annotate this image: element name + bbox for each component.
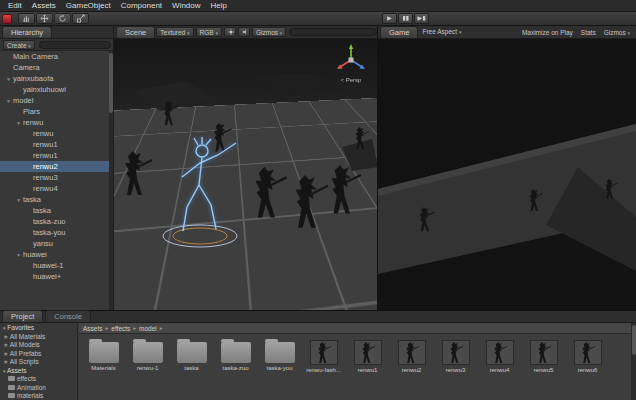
sidebar-item-all-scripts[interactable]: ★ All Scripts	[0, 358, 77, 367]
tab-console[interactable]: Console	[45, 310, 91, 322]
tab-hierarchy[interactable]: Hierarchy	[2, 26, 52, 38]
audio-toggle[interactable]	[238, 27, 250, 37]
chevron-down-icon: ▾	[459, 29, 462, 35]
menu-component[interactable]: Component	[116, 1, 167, 10]
sidebar-folder-effects[interactable]: effects	[0, 375, 77, 384]
pause-button[interactable]: ▮▮	[398, 13, 413, 24]
hierarchy-scrollbar[interactable]	[109, 51, 113, 310]
hierarchy-item[interactable]: ▼huawei	[0, 249, 109, 260]
character-model[interactable]	[125, 151, 152, 195]
hierarchy-item[interactable]: taska	[0, 205, 109, 216]
hierarchy-item[interactable]: Camera	[0, 62, 109, 73]
hierarchy-item-selected[interactable]: renwu2	[0, 161, 109, 172]
crumb-effects[interactable]: effects	[111, 325, 130, 332]
chevron-down-icon: ▾	[28, 43, 31, 49]
expand-arrow-icon[interactable]: ▼	[16, 250, 23, 261]
menu-edit[interactable]: Edit	[3, 1, 27, 10]
move-tool-button[interactable]	[36, 13, 53, 24]
game-gizmos-dropdown[interactable]: Gizmos ▾	[601, 28, 633, 38]
hierarchy-item[interactable]: ▼model	[0, 95, 109, 106]
hierarchy-item-label: yainxiuhuowi	[23, 85, 66, 94]
play-button[interactable]: ▶	[382, 13, 397, 24]
file-folder[interactable]: taska-you	[259, 337, 300, 371]
sidebar-item-all-prefabs[interactable]: ★ All Prefabs	[0, 350, 77, 359]
crumb-model[interactable]: model	[139, 325, 157, 332]
hierarchy-item[interactable]: huawei-1	[0, 260, 109, 271]
file-prefab[interactable]: renwu1	[347, 337, 388, 373]
assets-header[interactable]: ▾ Assets	[0, 367, 77, 376]
aspect-ratio-dropdown[interactable]: Free Aspect ▾	[419, 27, 464, 37]
character-model[interactable]	[331, 165, 361, 213]
hierarchy-item[interactable]: renwu1	[0, 150, 109, 161]
hierarchy-item[interactable]: ▼yainxubaofa	[0, 73, 109, 84]
hierarchy-item[interactable]: yansu	[0, 238, 109, 249]
favorites-header[interactable]: ▾ Favorites	[0, 324, 77, 333]
file-folder[interactable]: taska-zuo	[215, 337, 256, 371]
tab-scene[interactable]: Scene	[116, 26, 155, 38]
expand-arrow-icon[interactable]: ▼	[6, 74, 13, 85]
tab-game[interactable]: Game	[380, 26, 418, 38]
tab-project[interactable]: Project	[2, 310, 43, 322]
hierarchy-item-label: taska	[23, 195, 41, 204]
expand-arrow-icon[interactable]: ▼	[16, 118, 23, 129]
sidebar-item-all-materials[interactable]: ★ All Materials	[0, 333, 77, 342]
project-scrollbar[interactable]	[631, 323, 636, 400]
hierarchy-item[interactable]: yainxiuhuowi	[0, 84, 109, 95]
hierarchy-item[interactable]: huawei+	[0, 271, 109, 282]
crumb-assets[interactable]: Assets	[83, 325, 103, 332]
prefab-thumbnail-icon	[530, 340, 558, 365]
character-model[interactable]	[296, 175, 328, 228]
maximize-on-play-toggle[interactable]: Maximize on Play	[519, 28, 576, 38]
expand-arrow-icon[interactable]: ▼	[6, 96, 13, 107]
scene-gizmos-dropdown[interactable]: Gizmos ▾	[252, 27, 286, 37]
file-prefab[interactable]: renwu4	[479, 337, 520, 373]
scale-tool-button[interactable]	[72, 13, 89, 24]
hierarchy-item[interactable]: ▼taska	[0, 194, 109, 205]
hierarchy-item[interactable]: Main Camera	[0, 51, 109, 62]
file-prefab[interactable]: renwu2	[391, 337, 432, 373]
project-files-area: Assets ▸ effects ▸ model ▸ Materials ren…	[79, 323, 631, 400]
file-prefab[interactable]: renwu5	[523, 337, 564, 373]
hierarchy-item[interactable]: taska-zuo	[0, 216, 109, 227]
perspective-label[interactable]: < Persp	[329, 77, 373, 83]
hand-tool-button[interactable]	[18, 13, 35, 24]
hierarchy-item[interactable]: renwu4	[0, 183, 109, 194]
file-prefab[interactable]: renwu-fash...	[303, 337, 344, 373]
hierarchy-item[interactable]: taska-you	[0, 227, 109, 238]
stats-toggle[interactable]: Stats	[578, 28, 599, 38]
menu-window[interactable]: Window	[167, 1, 205, 10]
hierarchy-item[interactable]: renwu1	[0, 139, 109, 150]
file-prefab[interactable]: renwu6	[567, 337, 608, 373]
folder-icon	[221, 342, 251, 363]
menu-help[interactable]: Help	[206, 1, 232, 10]
character-model[interactable]	[255, 167, 286, 218]
scene-orientation-gizmo[interactable]: < Persp	[329, 43, 373, 89]
create-button[interactable]: Create ▾	[3, 40, 35, 50]
rotate-tool-button[interactable]	[54, 13, 71, 24]
file-prefab[interactable]: renwu3	[435, 337, 476, 373]
step-button[interactable]: ▶▮	[414, 13, 429, 24]
render-channel-dropdown[interactable]: RGB ▾	[196, 27, 222, 37]
menu-gameobject[interactable]: GameObject	[61, 1, 116, 10]
file-folder[interactable]: Materials	[83, 337, 124, 371]
sidebar-folder-materials[interactable]: materials	[0, 392, 77, 400]
hierarchy-item[interactable]: Plars	[0, 106, 109, 117]
hierarchy-item-label: taska-you	[33, 228, 66, 237]
scene-viewport[interactable]: < Persp	[114, 39, 377, 310]
expand-arrow-icon[interactable]: ▼	[16, 195, 23, 206]
scene-search-input[interactable]	[289, 28, 377, 36]
hierarchy-item[interactable]: renwu	[0, 128, 109, 139]
star-icon: ★	[3, 359, 8, 365]
hierarchy-item[interactable]: ▼renwu	[0, 117, 109, 128]
shading-mode-dropdown[interactable]: Textured ▾	[156, 27, 193, 37]
selected-character-wireframe[interactable]	[182, 137, 236, 231]
sidebar-folder-animation[interactable]: Animation	[0, 384, 77, 393]
file-folder[interactable]: taska	[171, 337, 212, 371]
hierarchy-search-input[interactable]	[39, 41, 111, 49]
game-viewport[interactable]	[378, 39, 636, 310]
sidebar-item-all-models[interactable]: ★ All Models	[0, 341, 77, 350]
file-folder[interactable]: renwu-1	[127, 337, 168, 371]
menu-assets[interactable]: Assets	[27, 1, 61, 10]
lighting-toggle[interactable]	[224, 27, 236, 37]
hierarchy-item[interactable]: renwu3	[0, 172, 109, 183]
